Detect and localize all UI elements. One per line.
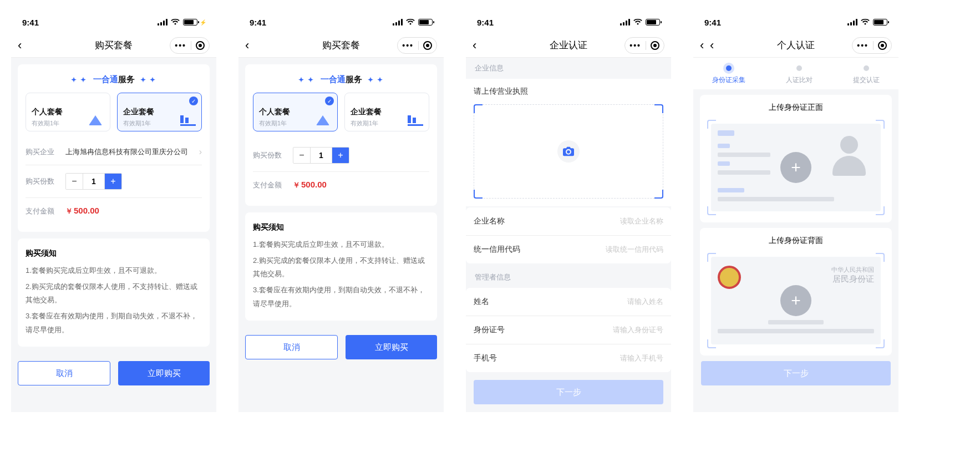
status-time: 9:41 xyxy=(477,18,494,27)
placeholder: 请输入手机号 xyxy=(620,353,663,363)
id-front-upload[interactable]: + xyxy=(708,120,884,215)
plan-subtitle: 有效期1年 xyxy=(259,119,290,128)
wifi-icon xyxy=(633,19,642,26)
plan-title: 企业套餐 xyxy=(123,107,154,117)
notice-line: 2.购买完成的套餐仅限本人使用，不支持转让、赠送或其他交易。 xyxy=(253,254,429,281)
license-upload-area[interactable] xyxy=(474,104,663,199)
step-idcard: 身份证采集 xyxy=(712,65,745,85)
plan-personal[interactable]: 个人套餐 有效期1年 ✓ xyxy=(253,93,338,131)
avatar-icon xyxy=(830,136,869,180)
signal-icon xyxy=(158,19,167,26)
back-icon[interactable]: ‹ xyxy=(245,39,249,52)
miniprogram-capsule[interactable]: ••• xyxy=(852,37,892,54)
status-bar: 9:41 xyxy=(693,11,898,33)
plan-enterprise[interactable]: 企业套餐 有效期1年 xyxy=(344,93,429,131)
notice-line: 2.购买完成的套餐仅限本人使用，不支持转让、赠送或其他交易。 xyxy=(26,280,202,307)
status-bar: 9:41 xyxy=(238,11,444,33)
cancel-button[interactable]: 取消 xyxy=(245,335,338,359)
plan-title: 企业套餐 xyxy=(351,107,382,117)
quantity-stepper[interactable]: − 1 + xyxy=(65,173,122,190)
status-time: 9:41 xyxy=(250,18,266,27)
quantity-stepper[interactable]: − 1 + xyxy=(293,147,349,164)
minus-button[interactable]: − xyxy=(293,148,310,163)
placeholder: 读取企业名称 xyxy=(620,216,663,226)
id-back-upload[interactable]: 中华人民共和国 居民身份证 + xyxy=(708,253,884,348)
placeholder: 请输入姓名 xyxy=(627,297,663,307)
field-phone[interactable]: 手机号 请输入手机号 xyxy=(466,344,671,372)
quantity-value: 1 xyxy=(310,148,332,163)
menu-dots-icon[interactable]: ••• xyxy=(402,41,419,50)
cancel-button[interactable]: 取消 xyxy=(18,361,110,385)
menu-dots-icon[interactable]: ••• xyxy=(857,41,874,50)
status-bar: 9:41 xyxy=(466,11,671,33)
plus-button[interactable]: + xyxy=(105,174,121,189)
menu-dots-icon[interactable]: ••• xyxy=(629,41,646,50)
miniprogram-capsule[interactable]: ••• xyxy=(397,37,437,54)
plan-enterprise[interactable]: 企业套餐 有效期1年 ✓ xyxy=(117,93,202,131)
plan-subtitle: 有效期1年 xyxy=(351,119,382,128)
section-title: 管理者信息 xyxy=(466,265,671,288)
next-button[interactable]: 下一步 xyxy=(474,380,663,404)
plan-personal[interactable]: 个人套餐 有效期1年 xyxy=(26,93,110,131)
next-button[interactable]: 下一步 xyxy=(701,361,891,385)
menu-dots-icon[interactable]: ••• xyxy=(175,41,191,50)
qty-row: 购买份数 − 1 + xyxy=(26,165,202,198)
field-idcard[interactable]: 身份证号 请输入身份证号 xyxy=(466,316,671,344)
notice-title: 购买须知 xyxy=(253,222,429,232)
national-emblem-icon xyxy=(718,266,741,289)
sparkle-icon: ✦ ✦ xyxy=(71,76,87,84)
screen-purchase-personal: 9:41 ‹ 购买套餐 ••• ✦ ✦ 一合通服务 ✦ ✦ 个人套餐 有效期1年 xyxy=(238,11,444,412)
field-company-name[interactable]: 企业名称 读取企业名称 xyxy=(466,207,671,236)
back-icon[interactable]: ‹ xyxy=(700,39,704,52)
id-back-card: 上传身份证背面 中华人民共和国 居民身份证 + xyxy=(700,228,892,356)
page-title: 个人认证 xyxy=(777,39,815,52)
close-circle-icon[interactable] xyxy=(423,41,432,50)
miniprogram-capsule[interactable]: ••• xyxy=(170,37,210,54)
nav-bar: ‹ ‹ 个人认证 ••• xyxy=(693,33,898,58)
step-face: 人证比对 xyxy=(786,65,813,85)
notice-line: 1.套餐购买完成后立即生效，且不可退款。 xyxy=(26,264,202,278)
signal-icon xyxy=(620,19,630,26)
notice-card: 购买须知 1.套餐购买完成后立即生效，且不可退款。 2.购买完成的套餐仅限本人使… xyxy=(245,212,437,321)
plus-icon: + xyxy=(780,285,811,316)
field-credit-code[interactable]: 统一信用代码 读取统一信用代码 xyxy=(466,236,671,263)
company-row[interactable]: 购买企业 上海旭冉信息科技有限公司重庆分公司 › xyxy=(26,139,202,165)
buy-button[interactable]: 立即购买 xyxy=(346,335,437,359)
step-submit: 提交认证 xyxy=(853,65,880,85)
plus-button[interactable]: + xyxy=(332,148,349,163)
buy-button[interactable]: 立即购买 xyxy=(118,361,210,385)
page-title: 企业认证 xyxy=(550,39,587,52)
battery-icon xyxy=(418,19,433,26)
sparkle-icon: ✦ ✦ xyxy=(298,76,314,84)
close-circle-icon[interactable] xyxy=(196,41,205,50)
back-icon[interactable]: ‹ xyxy=(473,39,476,52)
wifi-icon xyxy=(171,19,180,26)
camera-icon xyxy=(557,140,580,163)
id-back-text: 中华人民共和国 居民身份证 xyxy=(831,266,874,285)
placeholder: 读取统一信用代码 xyxy=(606,245,663,255)
notice-card: 购买须知 1.套餐购买完成后立即生效，且不可退款。 2.购买完成的套餐仅限本人使… xyxy=(18,238,210,347)
plan-title: 个人套餐 xyxy=(259,107,290,117)
step-indicator: 身份证采集 人证比对 提交认证 xyxy=(693,58,898,89)
nav-bar: ‹ 购买套餐 ••• xyxy=(238,33,444,58)
id-back-title: 上传身份证背面 xyxy=(708,236,884,246)
signal-icon xyxy=(393,19,403,26)
page-title: 购买套餐 xyxy=(322,39,360,52)
close-circle-icon[interactable] xyxy=(651,41,659,50)
close-circle-icon[interactable] xyxy=(878,41,887,50)
miniprogram-capsule[interactable]: ••• xyxy=(624,37,664,54)
upload-card: 请上传营业执照 xyxy=(466,79,671,206)
plan-subtitle: 有效期1年 xyxy=(123,119,154,128)
check-icon: ✓ xyxy=(325,97,334,105)
amount-value: ￥500.00 xyxy=(293,180,327,190)
amount-value: ￥500.00 xyxy=(65,206,99,216)
upload-title: 请上传营业执照 xyxy=(474,87,663,97)
back-icon[interactable]: ‹ xyxy=(18,39,22,52)
notice-title: 购买须知 xyxy=(26,248,202,258)
minus-button[interactable]: − xyxy=(66,174,83,189)
back-icon[interactable]: ‹ xyxy=(710,39,714,52)
notice-line: 3.套餐应在有效期内使用，到期自动失效，不退不补，请尽早使用。 xyxy=(253,283,429,311)
service-card: ✦ ✦ 一合通服务 ✦ ✦ 个人套餐 有效期1年 ✓ 企业套餐 有效期1年 xyxy=(245,64,437,206)
id-front-title: 上传身份证正面 xyxy=(708,103,884,113)
field-name[interactable]: 姓名 请输入姓名 xyxy=(466,288,671,316)
